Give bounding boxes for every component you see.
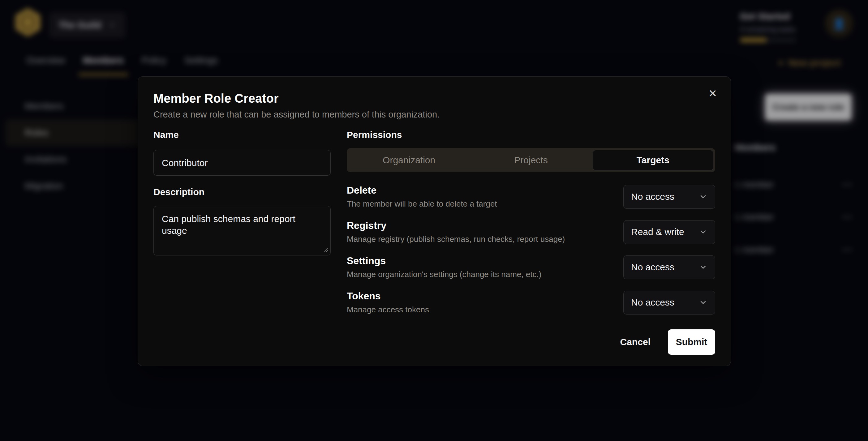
- chevron-down-icon: [699, 192, 708, 201]
- permission-row-registry: Registry Manage registry (publish schema…: [347, 220, 715, 244]
- permission-row-tokens: Tokens Manage access tokens No access: [347, 290, 715, 315]
- name-label: Name: [153, 130, 331, 141]
- resize-handle-icon[interactable]: [323, 247, 329, 254]
- name-input[interactable]: [153, 150, 331, 176]
- modal-subtitle: Create a new role that can be assigned t…: [153, 109, 715, 120]
- permission-title: Settings: [347, 255, 541, 266]
- modal-title: Member Role Creator: [153, 91, 715, 106]
- permission-title: Registry: [347, 220, 565, 231]
- description-textarea[interactable]: Can publish schemas and report usage: [153, 206, 331, 255]
- tab-projects[interactable]: Projects: [470, 150, 591, 170]
- tokens-access-select[interactable]: No access: [623, 291, 715, 315]
- permissions-label: Permissions: [347, 130, 715, 141]
- permission-row-delete: Delete The member will be able to delete…: [347, 185, 715, 209]
- permission-title: Tokens: [347, 290, 429, 302]
- permission-description: Manage organization's settings (change i…: [347, 270, 541, 279]
- delete-access-select[interactable]: No access: [623, 185, 715, 209]
- tab-organization[interactable]: Organization: [349, 150, 469, 170]
- cancel-button[interactable]: Cancel: [612, 330, 658, 353]
- tab-targets[interactable]: Targets: [593, 150, 713, 170]
- permission-row-settings: Settings Manage organization's settings …: [347, 255, 715, 279]
- permission-title: Delete: [347, 185, 497, 196]
- permission-description: Manage registry (publish schemas, run ch…: [347, 234, 565, 244]
- close-icon[interactable]: ✕: [705, 86, 720, 101]
- permission-description: The member will be able to delete a targ…: [347, 199, 497, 209]
- settings-access-select[interactable]: No access: [623, 255, 715, 279]
- member-role-creator-modal: ✕ Member Role Creator Create a new role …: [138, 76, 731, 366]
- chevron-down-icon: [699, 263, 708, 272]
- registry-access-select[interactable]: Read & write: [623, 220, 715, 244]
- submit-button[interactable]: Submit: [668, 329, 715, 355]
- chevron-down-icon: [699, 228, 708, 236]
- permissions-tab-group: Organization Projects Targets: [347, 148, 715, 172]
- chevron-down-icon: [699, 298, 708, 307]
- description-label: Description: [153, 187, 331, 198]
- permission-description: Manage access tokens: [347, 305, 429, 315]
